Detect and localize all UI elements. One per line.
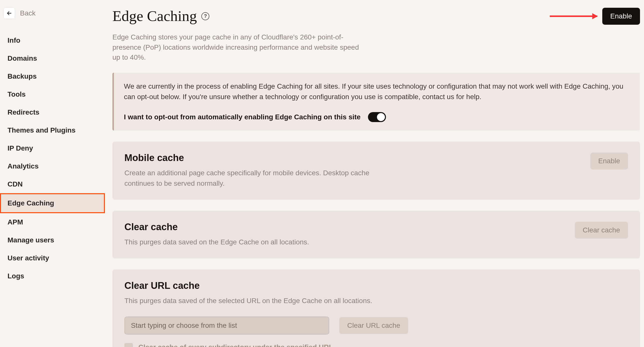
notice-text: We are currently in the process of enabl… [124, 81, 630, 102]
sidebar-item-manage-users[interactable]: Manage users [0, 231, 105, 249]
mobile-cache-title: Mobile cache [124, 153, 374, 163]
clear-subdir-checkbox[interactable] [124, 343, 133, 347]
sidebar-item-redirects[interactable]: Redirects [0, 103, 105, 121]
help-icon[interactable]: ? [201, 12, 209, 20]
sidebar-nav: Info Domains Backups Tools Redirects The… [0, 31, 105, 285]
clear-url-cache-card: Clear URL cache This purges data saved o… [112, 269, 640, 347]
mobile-cache-desc: Create an additional page cache specific… [124, 168, 374, 189]
notice-card: We are currently in the process of enabl… [112, 73, 640, 131]
sidebar-item-apm[interactable]: APM [0, 213, 105, 231]
sidebar-item-tools[interactable]: Tools [0, 85, 105, 103]
back-button[interactable]: Back [0, 5, 105, 31]
sidebar-item-logs[interactable]: Logs [0, 267, 105, 285]
sidebar-item-domains[interactable]: Domains [0, 49, 105, 67]
clear-url-desc: This purges data saved of the selected U… [124, 296, 374, 306]
sidebar-item-ip-deny[interactable]: IP Deny [0, 139, 105, 157]
clear-url-title: Clear URL cache [124, 280, 628, 291]
clear-url-button[interactable]: Clear URL cache [339, 317, 408, 334]
clear-cache-desc: This purges data saved on the Edge Cache… [124, 237, 309, 247]
sidebar: Back Info Domains Backups Tools Redirect… [0, 0, 105, 347]
page-subtitle: Edge Caching stores your page cache in a… [112, 32, 367, 63]
sidebar-item-user-activity[interactable]: User activity [0, 249, 105, 267]
mobile-cache-enable-button[interactable]: Enable [590, 153, 628, 170]
mobile-cache-card: Mobile cache Create an additional page c… [112, 142, 640, 200]
sidebar-item-themes-plugins[interactable]: Themes and Plugins [0, 121, 105, 139]
sidebar-item-backups[interactable]: Backups [0, 67, 105, 85]
clear-url-input[interactable] [124, 317, 329, 335]
sidebar-item-analytics[interactable]: Analytics [0, 157, 105, 175]
page-header: Edge Caching ? Enable [112, 7, 640, 25]
clear-subdir-label: Clear cache of every subdirectory under … [138, 343, 333, 347]
optout-toggle[interactable] [368, 112, 386, 122]
optout-label: I want to opt-out from automatically ena… [124, 113, 360, 121]
clear-cache-card: Clear cache This purges data saved on th… [112, 211, 640, 258]
sidebar-item-cdn[interactable]: CDN [0, 175, 105, 193]
clear-cache-title: Clear cache [124, 222, 309, 232]
main-content: Edge Caching ? Enable Edge Caching store… [105, 0, 644, 347]
arrow-left-icon [4, 7, 15, 19]
toggle-knob-icon [377, 113, 385, 121]
sidebar-item-info[interactable]: Info [0, 31, 105, 49]
annotation-arrow-icon [550, 15, 597, 17]
page-title: Edge Caching [112, 7, 197, 25]
clear-cache-button[interactable]: Clear cache [575, 222, 628, 239]
sidebar-item-edge-caching[interactable]: Edge Caching [0, 193, 105, 213]
back-label: Back [20, 9, 36, 17]
enable-button[interactable]: Enable [602, 8, 640, 25]
